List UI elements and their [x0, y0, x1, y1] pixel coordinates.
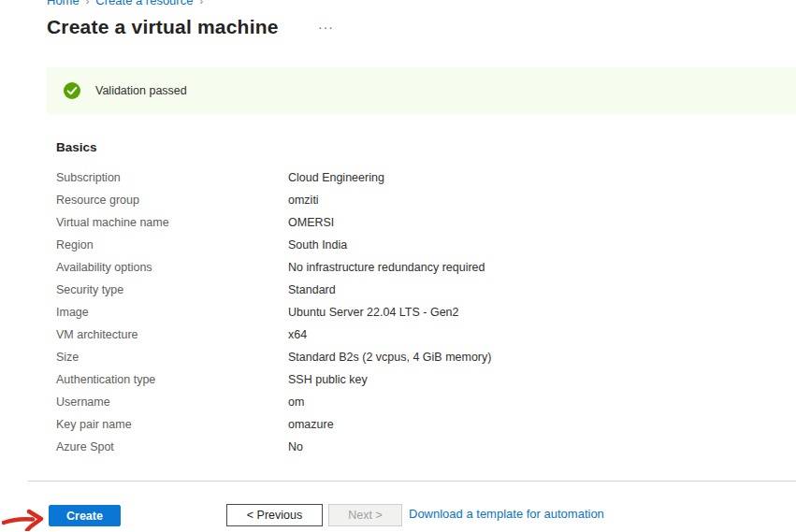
row-value: No	[288, 436, 303, 458]
validation-banner: Validation passed	[47, 67, 796, 114]
section-title-basics: Basics	[56, 140, 97, 154]
row-label: Key pair name	[56, 413, 288, 436]
detail-row: Availability options No infrastructure r…	[56, 256, 748, 279]
breadcrumb-separator: ›	[199, 0, 203, 7]
detail-row: Virtual machine name OMERSI	[56, 211, 748, 234]
breadcrumb-link-home[interactable]: Home	[47, 0, 80, 7]
row-value: Standard	[288, 279, 336, 301]
row-value: om	[288, 391, 304, 413]
row-value: OMERSI	[288, 211, 334, 234]
row-label: Security type	[56, 279, 288, 301]
previous-button[interactable]: < Previous	[226, 504, 323, 526]
row-label: Azure Spot	[56, 436, 288, 458]
row-label: Resource group	[56, 189, 288, 211]
detail-row: Key pair name omazure	[56, 413, 748, 436]
row-value: South India	[288, 234, 347, 256]
row-value: Ubuntu Server 22.04 LTS - Gen2	[288, 301, 459, 324]
row-label: Availability options	[56, 256, 288, 279]
row-label: Authentication type	[56, 368, 288, 391]
detail-row: Resource group omziti	[56, 189, 748, 211]
more-options-icon[interactable]: ···	[318, 20, 334, 35]
page-title: Create a virtual machine	[47, 16, 279, 38]
row-value: omziti	[288, 189, 319, 211]
row-value: SSH public key	[288, 368, 368, 391]
detail-row: Username om	[56, 391, 748, 413]
detail-row: Image Ubuntu Server 22.04 LTS - Gen2	[56, 301, 748, 324]
breadcrumb-link-create-a-resource[interactable]: Create a resource	[95, 0, 193, 7]
row-value: Cloud Engineering	[288, 166, 384, 189]
row-value: Standard B2s (2 vcpus, 4 GiB memory)	[288, 346, 491, 368]
footer-divider	[28, 481, 796, 482]
detail-row: Security type Standard	[56, 279, 748, 301]
detail-row: Region South India	[56, 234, 748, 256]
red-arrow-annotation-icon	[2, 507, 47, 531]
detail-row: VM architecture x64	[56, 324, 748, 346]
detail-row: Azure Spot No	[56, 436, 748, 458]
breadcrumb: Home›Create a resource›	[47, 0, 210, 8]
download-template-link[interactable]: Download a template for automation	[409, 507, 604, 521]
row-label: Subscription	[56, 166, 288, 189]
success-check-icon	[64, 82, 80, 99]
next-button-disabled[interactable]: Next >	[328, 504, 402, 526]
detail-row: Authentication type SSH public key	[56, 368, 748, 391]
row-label: Size	[56, 346, 288, 368]
detail-row: Size Standard B2s (2 vcpus, 4 GiB memory…	[56, 346, 748, 368]
row-value: omazure	[288, 413, 334, 436]
breadcrumb-separator: ›	[86, 0, 90, 7]
details-rows: Subscription Cloud Engineering Resource …	[56, 166, 748, 458]
detail-row: Subscription Cloud Engineering	[56, 166, 748, 189]
validation-banner-text: Validation passed	[95, 84, 187, 97]
row-value: No infrastructure redundancy required	[288, 256, 485, 279]
row-label: Virtual machine name	[56, 211, 288, 234]
row-value: x64	[288, 324, 307, 346]
row-label: Username	[56, 391, 288, 413]
create-button[interactable]: Create	[49, 505, 121, 526]
row-label: Image	[56, 301, 288, 324]
row-label: Region	[56, 234, 288, 256]
row-label: VM architecture	[56, 324, 288, 346]
